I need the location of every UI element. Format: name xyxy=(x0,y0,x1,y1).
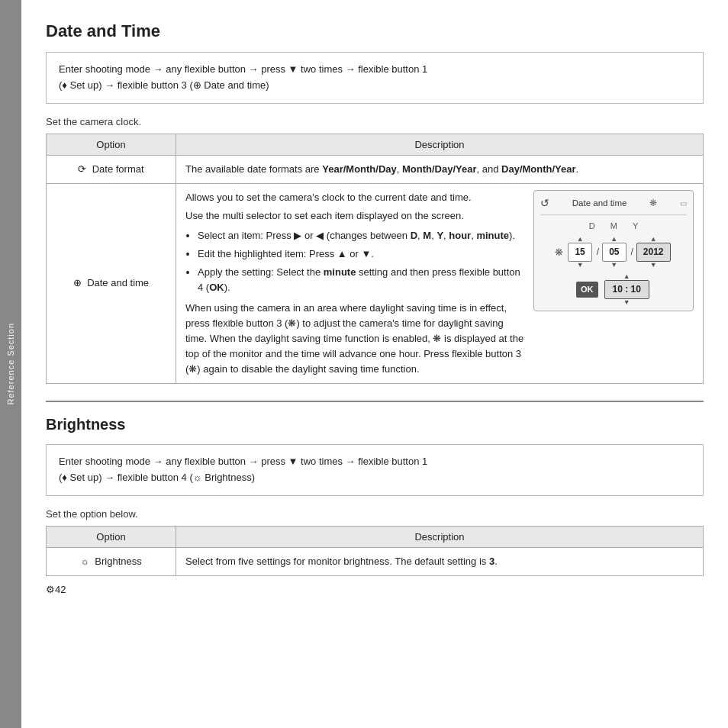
desc-bullets: Select an item: Press ▶ or ◀ (changes be… xyxy=(198,228,524,296)
cam-date-left-icon: ❋ xyxy=(555,245,563,260)
table-row: ⊕ Date and time Allows you to set the ca… xyxy=(47,183,704,384)
section1-col2-header: Description xyxy=(176,134,704,155)
sidebar: Reference Section xyxy=(0,0,21,728)
footer: ⚙42 xyxy=(46,584,704,595)
date-time-description: Allows you to set the camera's clock to … xyxy=(176,183,704,384)
cam-date-row: ❋ ▲ 15 ▼ / ▲ 05 xyxy=(540,236,687,269)
cam-battery: ▭ xyxy=(680,198,687,210)
cam-month-arrows: ▲ 05 ▼ xyxy=(602,236,626,269)
footer-icon: ⚙42 xyxy=(46,584,66,595)
cam-time-val: 10 : 10 xyxy=(604,280,649,299)
brightness-option: ☼ Brightness xyxy=(47,547,176,575)
section2-title: Brightness xyxy=(46,416,704,433)
camera-ui: ↺ Date and time ❋ ▭ D M Y xyxy=(533,190,694,311)
cam-slash2: / xyxy=(630,245,635,259)
date-time-option: ⊕ Date and time xyxy=(47,183,176,384)
cam-ui-title: Date and time xyxy=(572,197,627,211)
desc-long: When using the camera in an area where d… xyxy=(185,301,524,378)
section2-path-line1: Enter shooting mode → any flexible butto… xyxy=(59,454,691,470)
table-row: ⟳ Date format The available date formats… xyxy=(47,155,704,183)
cam-header: ↺ Date and time ❋ ▭ xyxy=(540,195,687,216)
date-time-label: Date and time xyxy=(87,277,149,288)
section1-path-line1: Enter shooting mode → any flexible butto… xyxy=(59,62,691,78)
date-format-description: The available date formats are Year/Mont… xyxy=(176,155,704,183)
section1-path-line2: (♦ Set up) → flexible button 3 (⊕ Date a… xyxy=(59,78,691,94)
section2-set-text: Set the option below. xyxy=(46,508,704,520)
section2-table: Option Description ☼ Brightness Select f… xyxy=(46,526,704,576)
brightness-icon: ☼ xyxy=(80,556,89,567)
section1-col1-header: Option xyxy=(47,134,176,155)
cam-year-val: 2012 xyxy=(636,243,671,262)
desc-2: Use the multi selector to set each item … xyxy=(185,208,524,224)
date-time-icon: ⊕ xyxy=(73,277,82,288)
date-format-label: Date format xyxy=(92,163,144,175)
date-time-desc-text: Allows you to set the camera's clock to … xyxy=(185,190,524,378)
cam-dmy-row: D M Y xyxy=(540,220,687,233)
section1-path-box: Enter shooting mode → any flexible butto… xyxy=(46,52,704,104)
sidebar-label: Reference Section xyxy=(6,323,15,405)
cam-day-arrows: ▲ 15 ▼ xyxy=(568,236,591,269)
section2-path-box: Enter shooting mode → any flexible butto… xyxy=(46,444,704,496)
section1-title: Date and Time xyxy=(46,21,704,41)
section2-col1-header: Option xyxy=(47,526,176,547)
section1-table: Option Description ⟳ Date format The ava… xyxy=(46,134,704,385)
cam-time-row: OK ▲ 10 : 10 ▼ xyxy=(540,273,687,306)
date-format-icon: ⟳ xyxy=(78,163,86,175)
cam-year-arrows: ▲ 2012 ▼ xyxy=(636,236,671,269)
date-format-option: ⟳ Date format xyxy=(47,155,176,183)
cam-d-label: D xyxy=(589,220,595,233)
section2-path-line2: (♦ Set up) → flexible button 4 (☼ Bright… xyxy=(59,470,691,486)
section1-set-text: Set the camera clock. xyxy=(46,116,704,127)
cam-m-label: M xyxy=(610,220,617,233)
cam-back-icon: ↺ xyxy=(540,195,549,212)
cam-ok-btn: OK xyxy=(576,282,598,298)
bullet-3: Apply the setting: Select the minute set… xyxy=(198,265,524,295)
cam-day-val: 15 xyxy=(568,243,591,262)
table-row: ☼ Brightness Select from five settings f… xyxy=(47,547,704,575)
bullet-2: Edit the highlighted item: Press ▲ or ▼. xyxy=(198,246,524,262)
cam-time-arrows: ▲ 10 : 10 ▼ xyxy=(604,273,649,306)
brightness-description: Select from five settings for monitor br… xyxy=(176,547,704,575)
section2-col2-header: Description xyxy=(176,526,704,547)
cam-right-icon: ❋ xyxy=(649,196,657,211)
cam-month-val: 05 xyxy=(602,243,626,262)
section-divider xyxy=(46,401,704,402)
cam-y-label: Y xyxy=(633,220,638,233)
bullet-1: Select an item: Press ▶ or ◀ (changes be… xyxy=(198,228,524,243)
brightness-label: Brightness xyxy=(95,556,141,567)
desc-intro: Allows you to set the camera's clock to … xyxy=(185,190,524,205)
cam-slash1: / xyxy=(595,245,601,259)
